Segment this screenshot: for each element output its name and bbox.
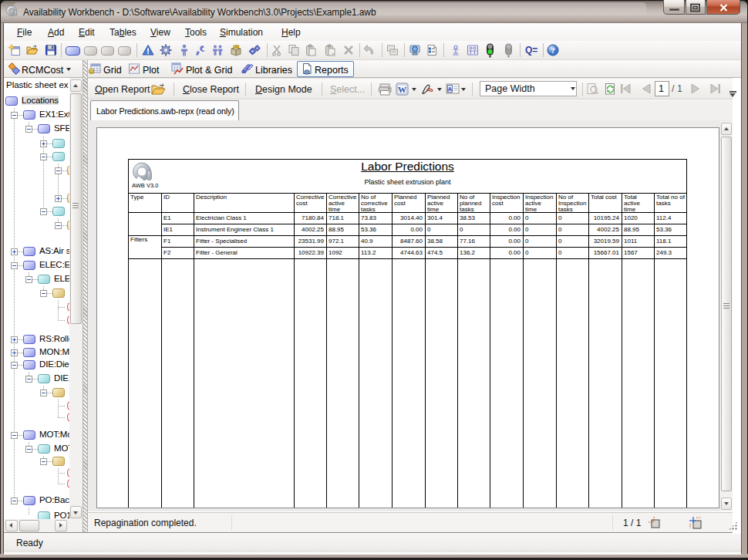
svg-text:W: W (398, 85, 406, 94)
svg-text:?: ? (551, 46, 554, 55)
svg-text:A: A (448, 86, 453, 93)
